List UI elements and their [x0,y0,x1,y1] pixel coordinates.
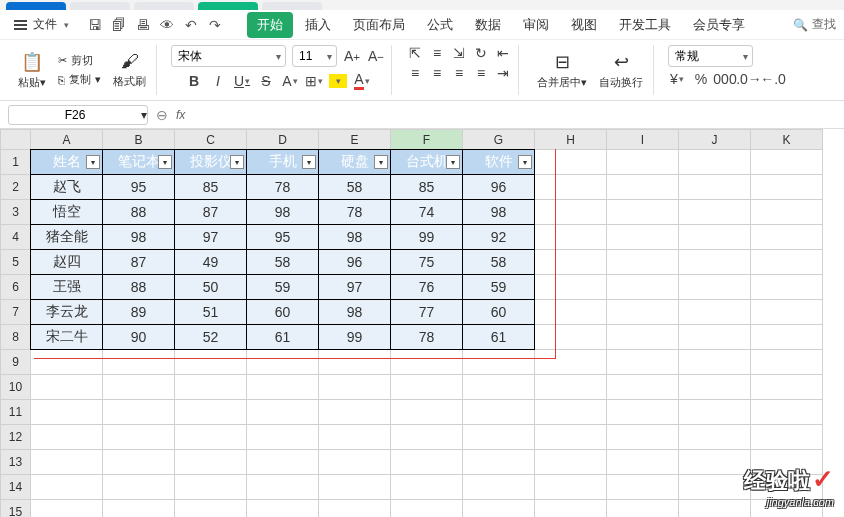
font-name-combo[interactable]: ▾ [171,45,286,67]
decrease-font-icon[interactable]: A− [367,48,385,64]
table-cell[interactable]: 李云龙 [31,300,103,325]
preview-icon[interactable]: 👁 [159,17,175,33]
table-cell[interactable]: 76 [391,275,463,300]
comma-icon[interactable]: 000 [716,71,734,87]
col-header[interactable]: K [751,130,823,150]
row-header[interactable]: 14 [1,475,31,500]
table-cell[interactable]: 59 [463,275,535,300]
align-center-icon[interactable]: ≡ [428,65,446,81]
number-format-combo[interactable]: ▾ [668,45,753,67]
cancel-formula-icon[interactable]: ⊖ [156,107,168,123]
table-cell[interactable]: 95 [103,175,175,200]
table-cell[interactable]: 60 [463,300,535,325]
font-size-combo[interactable]: ▾ [292,45,337,67]
cut-button[interactable]: ✂剪切 [54,52,105,69]
table-cell[interactable]: 87 [175,200,247,225]
table-cell[interactable]: 59 [247,275,319,300]
name-box[interactable]: ▾ [8,105,148,125]
table-cell[interactable]: 赵飞 [31,175,103,200]
table-cell[interactable]: 85 [175,175,247,200]
strikethrough-button[interactable]: S [257,73,275,89]
align-middle-icon[interactable]: ≡ [428,45,446,61]
fx-icon[interactable]: fx [176,108,185,122]
table-cell[interactable]: 58 [463,250,535,275]
ribbon-tab-3[interactable]: 公式 [417,12,463,38]
align-right-icon[interactable]: ≡ [450,65,468,81]
col-header[interactable]: E [319,130,391,150]
undo-icon[interactable]: ↶ [183,17,199,33]
table-cell[interactable]: 王强 [31,275,103,300]
row-header[interactable]: 10 [1,375,31,400]
align-left-icon[interactable]: ≡ [406,65,424,81]
col-header[interactable]: C [175,130,247,150]
save-as-icon[interactable]: 🗐 [111,17,127,33]
table-cell[interactable]: 49 [175,250,247,275]
wrap-text-button[interactable]: ↩ 自动换行 [595,49,647,92]
table-cell[interactable]: 52 [175,325,247,350]
align-bottom-icon[interactable]: ⇲ [450,45,468,61]
table-cell[interactable]: 99 [319,325,391,350]
table-cell[interactable]: 60 [247,300,319,325]
percent-icon[interactable]: % [692,71,710,87]
row-header[interactable]: 12 [1,425,31,450]
copy-button[interactable]: ⎘复制▾ [54,71,105,88]
paste-button[interactable]: 📋 粘贴▾ [14,49,50,92]
col-header[interactable]: H [535,130,607,150]
window-tab[interactable] [262,2,322,10]
increase-font-icon[interactable]: A+ [343,48,361,64]
table-cell[interactable]: 99 [391,225,463,250]
col-header[interactable]: B [103,130,175,150]
currency-icon[interactable]: ¥▾ [668,71,686,87]
borders-button[interactable]: ⊞▾ [305,73,323,89]
table-cell[interactable]: 98 [103,225,175,250]
spreadsheet-grid[interactable]: ABCDEFGHIJK1234567891011121314151617 姓名▾… [0,129,844,517]
table-cell[interactable]: 88 [103,200,175,225]
row-header[interactable]: 13 [1,450,31,475]
table-cell[interactable]: 96 [463,175,535,200]
table-cell[interactable]: 95 [247,225,319,250]
table-cell[interactable]: 96 [319,250,391,275]
table-cell[interactable]: 87 [103,250,175,275]
file-menu[interactable]: 文件 ▾ [8,16,75,33]
table-cell[interactable]: 78 [247,175,319,200]
filter-button[interactable]: ▾ [374,155,388,169]
window-tab[interactable] [134,2,194,10]
filter-button[interactable]: ▾ [158,155,172,169]
table-cell[interactable]: 88 [103,275,175,300]
table-cell[interactable]: 悟空 [31,200,103,225]
table-cell[interactable]: 58 [319,175,391,200]
row-header[interactable]: 3 [1,200,31,225]
col-header[interactable]: F [391,130,463,150]
ribbon-tab-5[interactable]: 审阅 [513,12,559,38]
table-cell[interactable]: 97 [319,275,391,300]
row-header[interactable]: 9 [1,350,31,375]
col-header[interactable]: D [247,130,319,150]
ribbon-tab-1[interactable]: 插入 [295,12,341,38]
row-header[interactable]: 6 [1,275,31,300]
decrease-indent-icon[interactable]: ⇤ [494,45,512,61]
row-header[interactable]: 1 [1,150,31,175]
window-tab[interactable] [70,2,130,10]
ribbon-tab-4[interactable]: 数据 [465,12,511,38]
col-header[interactable]: I [607,130,679,150]
filter-button[interactable]: ▾ [86,155,100,169]
row-header[interactable]: 11 [1,400,31,425]
merge-center-button[interactable]: ⊟ 合并居中▾ [533,49,591,92]
table-cell[interactable]: 75 [391,250,463,275]
orientation-icon[interactable]: ↻ [472,45,490,61]
typography-button[interactable]: A▾ [281,73,299,89]
justify-icon[interactable]: ≡ [472,65,490,81]
increase-decimal-icon[interactable]: .0→ [740,71,758,87]
col-header[interactable]: G [463,130,535,150]
table-cell[interactable]: 50 [175,275,247,300]
table-cell[interactable]: 98 [319,300,391,325]
filter-button[interactable]: ▾ [446,155,460,169]
bold-button[interactable]: B [185,73,203,89]
col-header[interactable]: J [679,130,751,150]
table-cell[interactable]: 78 [319,200,391,225]
redo-icon[interactable]: ↷ [207,17,223,33]
format-painter-button[interactable]: 🖌 格式刷 [109,49,150,91]
table-cell[interactable]: 92 [463,225,535,250]
row-header[interactable]: 15 [1,500,31,518]
row-header[interactable]: 5 [1,250,31,275]
